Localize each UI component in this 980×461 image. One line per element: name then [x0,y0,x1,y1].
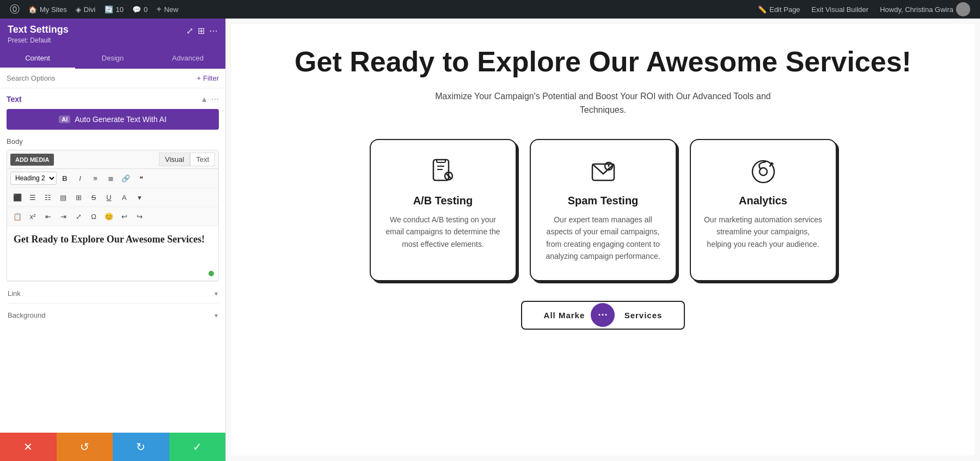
updates-menu[interactable]: 🔄 10 [100,0,128,19]
section-more-icon[interactable]: ⋯ [211,95,219,104]
fullscreen-button[interactable]: ⤢ [71,209,85,223]
comments-count: 0 [144,5,148,14]
ab-testing-card: A/B Testing We conduct A/B testing on yo… [370,139,517,281]
ordered-list-button[interactable]: ≣ [103,171,118,185]
edit-page-label: Edit Page [769,5,800,14]
superscript-button[interactable]: x² [26,209,40,223]
align-left-button[interactable]: ⬛ [10,190,24,204]
table-button[interactable]: ⊞ [71,190,85,204]
panel-title-group: Text Settings Preset: Default [8,24,69,44]
home-icon: 🏠 [28,5,37,14]
color-chevron-button[interactable]: ▾ [132,190,146,204]
outdent-button[interactable]: ⇤ [41,209,55,223]
cta-text-left: All Marke [544,311,585,320]
ab-testing-icon [384,157,503,186]
redo-button[interactable]: ↻ [113,433,169,461]
add-media-button[interactable]: ADD MEDIA [10,154,54,166]
cancel-button[interactable]: ✕ [0,433,57,461]
tab-advanced[interactable]: Advanced [150,48,225,68]
view-visual-tab[interactable]: Visual [159,153,190,166]
indent-button[interactable]: ⇥ [56,209,70,223]
view-text-tab[interactable]: Text [190,153,215,166]
analytics-card: Analytics Our marketing automation servi… [690,139,837,281]
link-section: Link ▾ [7,281,219,303]
cta-text-right-label: Services [624,311,663,320]
link-section-header[interactable]: Link ▾ [7,289,219,298]
special-char-button[interactable]: Ω [87,209,101,223]
unordered-list-button[interactable]: ≡ [88,171,102,185]
new-label: New [164,5,179,14]
update-count: 10 [116,5,124,14]
confirm-button[interactable]: ✓ [169,433,226,461]
divi-menu[interactable]: ◈ Divi [71,0,100,19]
my-sites-menu[interactable]: 🏠 My Sites [24,0,71,19]
admin-bar-right: ✏️ Edit Page Exit Visual Builder Howdy, … [754,0,975,19]
undo-button[interactable]: ↺ [57,433,113,461]
filter-label: Filter [203,74,219,82]
spam-testing-desc: Our expert team manages all aspects of y… [544,214,663,263]
italic-button[interactable]: I [73,171,87,185]
svg-point-11 [759,168,767,175]
emoji-button[interactable]: 😊 [102,209,116,223]
tab-content[interactable]: Content [0,48,75,69]
cards-row: A/B Testing We conduct A/B testing on yo… [264,139,942,281]
cta-container: All Marke ··· Services [264,301,942,330]
search-bar: + Filter [0,69,225,88]
link-button[interactable]: 🔗 [119,171,133,185]
howdy-item[interactable]: Howdy, Christina Gwira [875,0,975,19]
text-section-header: Text ▲ ⋯ [7,95,219,104]
comments-icon: 💬 [132,5,141,14]
wp-admin-bar: ⓪ 🏠 My Sites ◈ Divi 🔄 10 💬 0 + New ✏️ Ed… [0,0,980,19]
text-section-title: Text [7,95,22,104]
background-section-header[interactable]: Background ▾ [7,311,219,319]
wp-logo[interactable]: ⓪ [5,0,24,19]
editor-toolbar-row2: ⬛ ☰ ☷ ▤ ⊞ S U A ▾ [7,188,218,207]
left-panel: Text Settings Preset: Default ⤢ ⊞ ⋯ Cont… [0,19,226,461]
filter-icon: + [197,74,201,82]
bottom-toolbar: ✕ ↺ ↻ ✓ [0,433,225,461]
cta-button[interactable]: All Marke ··· Services [521,301,685,330]
search-options-input[interactable] [7,74,194,82]
cancel-icon: ✕ [23,440,33,453]
page-subheading: Maximize Your Campaign's Potential and B… [413,89,794,117]
expand-icon[interactable]: ⤢ [186,26,193,36]
collapse-icon[interactable]: ▲ [200,95,208,104]
redo-editor-button[interactable]: ↪ [132,209,146,223]
tab-design[interactable]: Design [75,48,150,68]
cta-dots-overlay: ··· [591,303,615,327]
quote-button[interactable]: ❝ [134,171,148,185]
panel-tabs: Content Design Advanced [0,48,225,69]
editor-toolbar-row3: 📋 x² ⇤ ⇥ ⤢ Ω 😊 ↩ ↪ [7,207,218,226]
filter-button[interactable]: + Filter [197,74,219,82]
page-heading: Get Ready to Explore Our Awesome Service… [264,46,942,78]
editor-container: ADD MEDIA Visual Text Heading 2 B I ≡ ≣ … [7,150,219,281]
comments-menu[interactable]: 💬 0 [128,0,152,19]
exit-builder-btn[interactable]: Exit Visual Builder [807,0,873,19]
heading-select[interactable]: Heading 2 [10,172,57,185]
analytics-title: Analytics [704,195,823,207]
paste-button[interactable]: 📋 [10,209,24,223]
ai-generate-button[interactable]: AI Auto Generate Text With AI [7,109,219,130]
bold-button[interactable]: B [58,171,72,185]
ai-button-label: Auto Generate Text With AI [75,115,167,124]
editor-body[interactable]: Get Ready to Explore Our Awesome Service… [7,226,218,281]
color-button[interactable]: A [117,190,131,204]
align-center-button[interactable]: ☰ [26,190,40,204]
strikethrough-button[interactable]: S [87,190,101,204]
new-menu[interactable]: + New [152,0,182,19]
panel-preset: Preset: Default [8,37,69,44]
svg-rect-1 [437,160,445,162]
grid-icon[interactable]: ⊞ [198,26,205,36]
page-content: Get Ready to Explore Our Awesome Service… [231,24,975,456]
align-justify-button[interactable]: ▤ [56,190,70,204]
undo-icon: ↺ [80,440,89,453]
updates-icon: 🔄 [105,5,113,14]
ab-testing-desc: We conduct A/B testing on your email cam… [384,214,503,250]
edit-page-btn[interactable]: ✏️ Edit Page [754,0,804,19]
right-content: Get Ready to Explore Our Awesome Service… [226,19,980,461]
more-icon[interactable]: ⋯ [209,26,218,36]
underline-button[interactable]: U [102,190,116,204]
undo-editor-button[interactable]: ↩ [117,209,131,223]
svg-point-9 [608,168,609,169]
align-right-button[interactable]: ☷ [41,190,55,204]
